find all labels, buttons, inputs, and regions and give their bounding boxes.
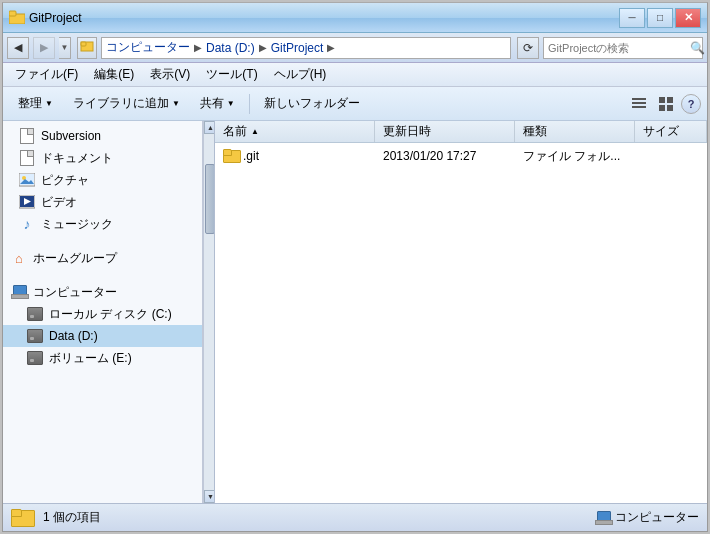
drive-e-icon <box>27 350 43 366</box>
search-box: 🔍 <box>543 37 703 59</box>
col-header-size[interactable]: サイズ <box>635 121 707 142</box>
title-bar-left: GitProject <box>9 10 82 26</box>
status-bar: 1 個の項目 コンピューター <box>3 503 707 531</box>
status-computer-label: コンピューター <box>615 509 699 526</box>
sidebar-item-music[interactable]: ♪ ミュージック <box>3 213 202 235</box>
sidebar-item-homegroup[interactable]: ⌂ ホームグループ <box>3 247 202 269</box>
sidebar-item-subversion[interactable]: Subversion <box>3 125 202 147</box>
menu-tools[interactable]: ツール(T) <box>198 65 265 85</box>
video-icon <box>19 194 35 210</box>
up-button[interactable] <box>77 37 97 59</box>
minimize-button[interactable]: ─ <box>619 8 645 28</box>
library-label: ライブラリに追加 <box>73 95 169 112</box>
title-controls: ─ □ ✕ <box>619 8 701 28</box>
sidebar-item-drive-e[interactable]: ボリューム (E:) <box>3 347 202 369</box>
maximize-button[interactable]: □ <box>647 8 673 28</box>
search-input[interactable] <box>548 42 686 54</box>
scroll-up-arrow[interactable]: ▲ <box>204 121 215 134</box>
status-left: 1 個の項目 <box>11 508 101 528</box>
address-bar: ◀ ▶ ▼ コンピューター ▶ Data (D:) ▶ GitProject ▶… <box>3 33 707 63</box>
sidebar-label-subversion: Subversion <box>41 129 101 143</box>
svg-rect-10 <box>667 105 673 111</box>
svg-rect-4 <box>632 98 646 100</box>
column-header: 名前 ▲ 更新日時 種類 サイズ <box>215 121 707 143</box>
menu-edit[interactable]: 編集(E) <box>86 65 142 85</box>
sort-arrow: ▲ <box>251 127 259 136</box>
organize-dropdown-icon: ▼ <box>45 99 53 108</box>
computer-icon <box>11 284 27 300</box>
close-button[interactable]: ✕ <box>675 8 701 28</box>
scroll-down-arrow[interactable]: ▼ <box>204 490 215 503</box>
file-pane: 名前 ▲ 更新日時 種類 サイズ .git <box>215 121 707 503</box>
svg-rect-8 <box>667 97 673 103</box>
sidebar-item-computer[interactable]: コンピューター <box>3 281 202 303</box>
breadcrumb-item-data[interactable]: Data (D:) <box>206 41 255 55</box>
scroll-thumb[interactable] <box>205 164 215 234</box>
menu-bar: ファイル(F) 編集(E) 表示(V) ツール(T) ヘルプ(H) <box>3 63 707 87</box>
forward-button[interactable]: ▶ <box>33 37 55 59</box>
drive-c-icon <box>27 306 43 322</box>
folder-icon <box>223 149 239 163</box>
address-refresh-button[interactable]: ⟳ <box>517 37 539 59</box>
new-folder-button[interactable]: 新しいフォルダー <box>255 91 369 117</box>
menu-view[interactable]: 表示(V) <box>142 65 198 85</box>
share-button[interactable]: 共有 ▼ <box>191 91 244 117</box>
organize-button[interactable]: 整理 ▼ <box>9 91 62 117</box>
sidebar-item-documents[interactable]: ドキュメント <box>3 147 202 169</box>
sidebar-label-drive-c: ローカル ディスク (C:) <box>49 306 172 323</box>
breadcrumb-item-gitproject[interactable]: GitProject <box>271 41 324 55</box>
svg-rect-5 <box>632 102 646 104</box>
nav-dropdown[interactable]: ▼ <box>59 37 71 59</box>
sidebar-scrollbar: ▲ ▼ <box>203 121 215 503</box>
svg-rect-3 <box>81 42 86 46</box>
file-type: ファイル フォル... <box>523 148 620 165</box>
toolbar-right: ? <box>627 92 701 116</box>
svg-rect-6 <box>632 106 646 108</box>
music-icon: ♪ <box>19 216 35 232</box>
library-dropdown-icon: ▼ <box>172 99 180 108</box>
help-button[interactable]: ? <box>681 94 701 114</box>
sidebar-item-videos[interactable]: ビデオ <box>3 191 202 213</box>
menu-file[interactable]: ファイル(F) <box>7 65 86 85</box>
breadcrumb-item-computer[interactable]: コンピューター <box>106 39 190 56</box>
sidebar-item-drive-c[interactable]: ローカル ディスク (C:) <box>3 303 202 325</box>
sidebar-item-pictures[interactable]: ピクチャ <box>3 169 202 191</box>
view-list-button[interactable] <box>627 92 651 116</box>
sidebar-label-pictures: ピクチャ <box>41 172 89 189</box>
sidebar-spacer-1 <box>3 235 202 243</box>
window: GitProject ─ □ ✕ ◀ ▶ ▼ コンピューター ▶ Data (D… <box>2 2 708 532</box>
menu-help[interactable]: ヘルプ(H) <box>266 65 335 85</box>
share-label: 共有 <box>200 95 224 112</box>
svg-rect-1 <box>9 11 16 16</box>
col-header-type[interactable]: 種類 <box>515 121 635 142</box>
file-date: 2013/01/20 17:27 <box>383 149 476 163</box>
file-date-cell: 2013/01/20 17:27 <box>375 149 515 163</box>
main-content: Subversion ドキュメント <box>3 121 707 503</box>
organize-label: 整理 <box>18 95 42 112</box>
file-name: .git <box>243 149 259 163</box>
drive-d-icon <box>27 328 43 344</box>
status-item-count: 1 個の項目 <box>43 509 101 526</box>
back-button[interactable]: ◀ <box>7 37 29 59</box>
status-computer-icon <box>595 511 611 525</box>
doc-icon-2 <box>19 150 35 166</box>
view-details-button[interactable] <box>654 92 678 116</box>
search-icon[interactable]: 🔍 <box>690 41 705 55</box>
breadcrumb: コンピューター ▶ Data (D:) ▶ GitProject ▶ <box>101 37 511 59</box>
svg-rect-7 <box>659 97 665 103</box>
sidebar-label-music: ミュージック <box>41 216 113 233</box>
status-right: コンピューター <box>595 509 699 526</box>
window-title: GitProject <box>29 11 82 25</box>
col-header-date[interactable]: 更新日時 <box>375 121 515 142</box>
sidebar-label-drive-d: Data (D:) <box>49 329 98 343</box>
col-header-name[interactable]: 名前 ▲ <box>215 121 375 142</box>
file-name-cell: .git <box>215 149 375 163</box>
table-row[interactable]: .git 2013/01/20 17:27 ファイル フォル... <box>215 145 707 167</box>
sidebar-item-drive-d[interactable]: Data (D:) <box>3 325 202 347</box>
library-button[interactable]: ライブラリに追加 ▼ <box>64 91 189 117</box>
sidebar-label-documents: ドキュメント <box>41 150 113 167</box>
sidebar-label-computer: コンピューター <box>33 284 117 301</box>
sidebar-wrapper: Subversion ドキュメント <box>3 121 215 503</box>
sidebar-label-drive-e: ボリューム (E:) <box>49 350 132 367</box>
share-dropdown-icon: ▼ <box>227 99 235 108</box>
